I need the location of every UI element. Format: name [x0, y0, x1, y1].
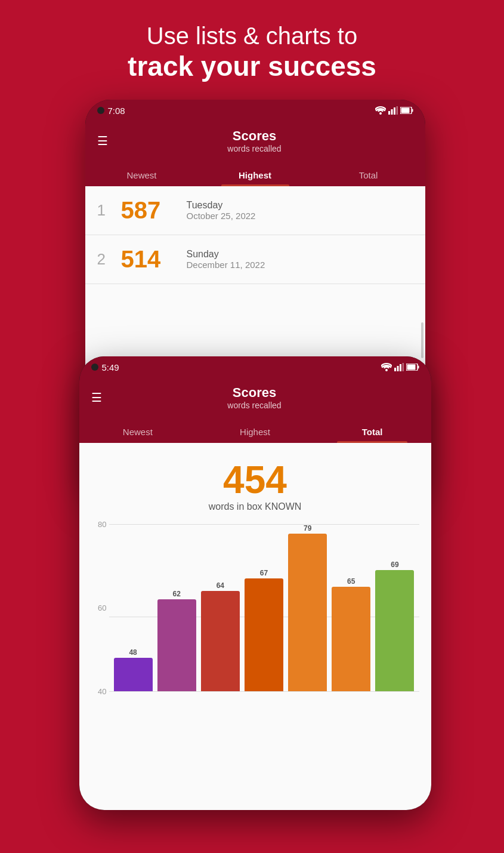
- bar-item-4: 67: [245, 524, 283, 691]
- bar-label-5: 79: [304, 524, 311, 532]
- tab-total-1[interactable]: Total: [312, 163, 425, 186]
- phone2: 5:49 ☰ Scores words recalled Newest: [79, 356, 431, 810]
- svg-rect-1: [391, 109, 392, 115]
- y-axis: 80 60 40: [91, 524, 109, 691]
- bar-item-7: 69: [375, 524, 414, 691]
- tab-highest-2[interactable]: Highest: [196, 420, 314, 443]
- rank-1: 1: [97, 201, 121, 220]
- bar-label-4: 67: [260, 569, 268, 577]
- status-bar-2: 5:49: [79, 356, 431, 378]
- y-label-40: 40: [98, 687, 106, 696]
- bar-2: [157, 599, 196, 691]
- tabs-2: Newest Highest Total: [79, 420, 431, 443]
- hamburger-menu-2[interactable]: ☰: [91, 392, 102, 404]
- camera-phone1: [97, 107, 104, 114]
- hamburger-menu-1[interactable]: ☰: [97, 135, 108, 147]
- bar-7: [375, 570, 414, 691]
- app-bar-2: ☰ Scores words recalled: [79, 378, 431, 420]
- app-bar-1: ☰ Scores words recalled: [85, 121, 425, 163]
- bar-item-2: 62: [157, 524, 196, 691]
- status-icons-2: [381, 363, 419, 371]
- bars-area: 48 62 64 67: [109, 524, 419, 691]
- scrollbar-1[interactable]: [421, 322, 423, 358]
- bar-5: [288, 534, 327, 691]
- full-date-1: October 25, 2022: [187, 211, 413, 221]
- bar-item-6: 65: [332, 524, 370, 691]
- tab-newest-1[interactable]: Newest: [85, 163, 199, 186]
- battery-icon-2: [406, 364, 419, 371]
- score-date-1: Tuesday October 25, 2022: [187, 200, 413, 221]
- tab-total-2[interactable]: Total: [314, 420, 431, 443]
- hero-line1: Use lists & charts to: [128, 21, 376, 50]
- svg-rect-6: [412, 109, 413, 112]
- bar-item-1: 48: [114, 524, 153, 691]
- app-bar-title-2: Scores words recalled: [112, 385, 398, 410]
- chart-area: 80 60 40 48: [91, 524, 419, 709]
- wifi-icon-2: [381, 363, 392, 371]
- y-label-80: 80: [98, 520, 106, 529]
- app-bar-title-1: Scores words recalled: [118, 128, 392, 153]
- tabs-1: Newest Highest Total: [85, 163, 425, 186]
- bar-label-3: 64: [217, 581, 224, 590]
- svg-rect-10: [402, 363, 404, 371]
- svg-rect-7: [394, 368, 396, 371]
- svg-rect-3: [396, 106, 398, 115]
- tab-highest-1[interactable]: Highest: [199, 163, 312, 186]
- chart-container: 80 60 40 48: [79, 518, 431, 810]
- time-phone1: 7:08: [108, 106, 125, 116]
- y-label-60: 60: [98, 603, 106, 612]
- score-row-1: 1 587 Tuesday October 25, 2022: [85, 186, 425, 235]
- bar-label-7: 69: [391, 561, 398, 569]
- signal-icon-2: [394, 363, 404, 371]
- bar-label-6: 65: [347, 577, 355, 586]
- bar-3: [201, 591, 240, 691]
- bar-item-5: 79: [288, 524, 327, 691]
- svg-rect-2: [394, 107, 395, 115]
- camera-phone2: [91, 364, 98, 371]
- rank-2: 2: [97, 250, 121, 269]
- score-row-2: 2 514 Sunday December 11, 2022: [85, 235, 425, 284]
- app-subtitle-1: words recalled: [118, 144, 392, 153]
- time-phone2: 5:49: [102, 362, 119, 372]
- day-name-2: Sunday: [187, 249, 413, 260]
- full-date-2: December 11, 2022: [187, 260, 413, 270]
- battery-icon: [400, 107, 413, 114]
- wifi-icon: [375, 106, 386, 115]
- grid-line-40: [109, 691, 419, 692]
- score-date-2: Sunday December 11, 2022: [187, 249, 413, 270]
- svg-rect-5: [401, 108, 409, 113]
- total-label: words in box KNOWN: [91, 501, 419, 512]
- status-icons-1: [375, 106, 413, 115]
- bar-6: [332, 587, 370, 691]
- bar-4: [245, 578, 283, 691]
- day-name-1: Tuesday: [187, 200, 413, 211]
- bar-item-3: 64: [201, 524, 240, 691]
- svg-rect-8: [397, 366, 398, 371]
- hero-text: Use lists & charts to track your success: [128, 21, 376, 83]
- phones-container: 7:08 ☰ Scores words recalled Newest: [8, 100, 497, 810]
- bar-label-1: 48: [129, 648, 137, 657]
- signal-icon: [388, 106, 398, 115]
- total-section: 454 words in box KNOWN: [79, 443, 431, 518]
- app-title-2: Scores: [112, 385, 398, 401]
- total-number: 454: [91, 461, 419, 499]
- status-bar-1: 7:08: [85, 100, 425, 121]
- svg-rect-9: [400, 364, 401, 371]
- tab-newest-2[interactable]: Newest: [79, 420, 197, 443]
- bar-1: [114, 658, 153, 691]
- svg-rect-13: [418, 366, 419, 369]
- bar-label-2: 62: [173, 590, 181, 598]
- svg-rect-0: [388, 111, 390, 115]
- app-title-1: Scores: [118, 128, 392, 144]
- score-value-1: 587: [121, 197, 187, 224]
- app-subtitle-2: words recalled: [112, 401, 398, 410]
- svg-rect-12: [407, 365, 415, 370]
- hero-line2: track your success: [128, 50, 376, 83]
- score-value-2: 514: [121, 246, 187, 273]
